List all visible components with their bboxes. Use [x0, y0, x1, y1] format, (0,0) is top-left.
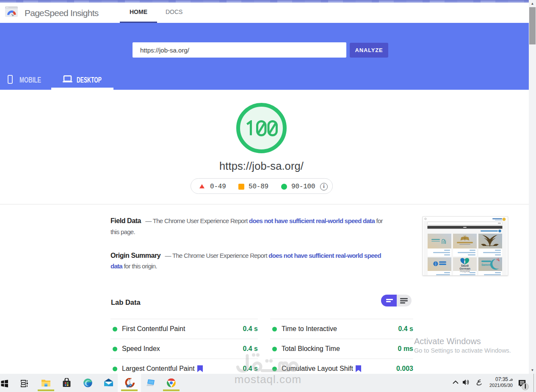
svg-text:Hospital: Hospital	[460, 270, 470, 273]
svg-text:Samref: Samref	[481, 263, 491, 266]
svg-text:Saudi: Saudi	[461, 264, 469, 267]
